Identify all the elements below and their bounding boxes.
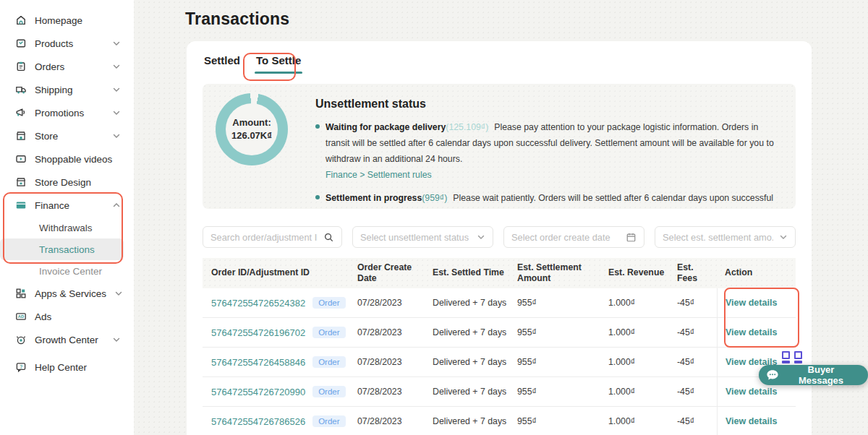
page-title: Transactions bbox=[185, 9, 289, 29]
svg-text:?: ? bbox=[20, 364, 22, 369]
sidebar-item-invoice-center[interactable]: Invoice Center bbox=[0, 260, 134, 282]
est-settlement-amount-select[interactable]: Select est. settlement amo... bbox=[655, 226, 796, 248]
finance-icon bbox=[15, 199, 27, 211]
buyer-messages-button[interactable]: Buyer Messages bbox=[759, 365, 868, 385]
transactions-card: Settled To Settle Amount: 126.07K₫ Unset… bbox=[187, 41, 812, 435]
view-details-link[interactable]: View details bbox=[726, 387, 777, 397]
order-type-badge: Order bbox=[312, 415, 345, 427]
est-fees: -45₫ bbox=[677, 387, 717, 397]
sidebar-item-shipping[interactable]: Shipping bbox=[0, 78, 134, 101]
order-create-date-picker[interactable]: Select order create date bbox=[503, 226, 644, 248]
sidebar-item-store-design[interactable]: Store Design bbox=[0, 171, 134, 194]
store-icon bbox=[15, 130, 27, 142]
filters-row: Search order/adjustment ID Select unsett… bbox=[203, 226, 796, 248]
est-revenue: 1.000₫ bbox=[608, 416, 677, 426]
est-revenue: 1.000₫ bbox=[608, 327, 677, 337]
promotions-icon bbox=[15, 107, 27, 119]
chevron-down-icon bbox=[114, 289, 123, 298]
search-order-input[interactable]: Search order/adjustment ID bbox=[203, 226, 342, 248]
column-header: Order Create Date bbox=[357, 262, 433, 285]
ads-icon: AD bbox=[15, 311, 27, 322]
sidebar-item-apps-services[interactable]: Apps & Services bbox=[0, 282, 134, 305]
svg-text:AD: AD bbox=[18, 314, 24, 319]
sidebar-item-store[interactable]: Store bbox=[0, 124, 134, 147]
sidebar-item-homepage[interactable]: Homepage bbox=[0, 9, 134, 32]
table-row: 576472554726196702 Order 07/28/2023 Deli… bbox=[203, 318, 796, 348]
est-fees: -45₫ bbox=[677, 327, 717, 337]
est-settled-time: Delivered + 7 days bbox=[433, 298, 517, 308]
est-revenue: 1.000₫ bbox=[608, 298, 677, 308]
view-details-link[interactable]: View details bbox=[726, 298, 777, 308]
table-row: 576472554726786526 Order 07/28/2023 Deli… bbox=[203, 407, 796, 435]
chevron-down-icon bbox=[477, 233, 485, 241]
order-id-link[interactable]: 576472554726524382 bbox=[211, 298, 305, 309]
order-create-date: 07/28/2023 bbox=[357, 387, 433, 397]
sidebar-item-withdrawals[interactable]: Withdrawals bbox=[0, 217, 134, 238]
order-id-link[interactable]: 576472554726786526 bbox=[211, 416, 305, 427]
tab-settled[interactable]: Settled bbox=[203, 53, 242, 74]
est-settlement-amount: 955₫ bbox=[517, 357, 608, 367]
calendar-icon bbox=[626, 232, 637, 243]
settlement-rules-link[interactable]: Finance > Settlement rules bbox=[326, 167, 783, 183]
est-settled-time: Delivered + 7 days bbox=[433, 357, 517, 367]
sidebar-item-promotions[interactable]: Promotions bbox=[0, 101, 134, 124]
sidebar-item-ads[interactable]: AD Ads bbox=[0, 305, 134, 328]
est-settlement-amount: 955₫ bbox=[517, 416, 608, 426]
donut-amount-label: Amount: bbox=[232, 116, 271, 129]
chevron-down-icon bbox=[112, 85, 121, 94]
table-header: Order ID/Adjustment ID Order Create Date… bbox=[203, 258, 796, 288]
column-header: Est. Settlement Amount bbox=[517, 262, 608, 285]
view-details-link[interactable]: View details bbox=[726, 327, 777, 337]
est-settled-time: Delivered + 7 days bbox=[433, 327, 517, 337]
sidebar-item-orders[interactable]: Orders bbox=[0, 55, 134, 78]
sidebar-item-transactions[interactable]: Transactions bbox=[0, 238, 124, 260]
est-settlement-amount: 955₫ bbox=[517, 298, 608, 308]
orders-icon bbox=[15, 61, 27, 72]
tab-to-settle[interactable]: To Settle bbox=[255, 53, 302, 74]
unsettlement-status-select[interactable]: Select unsettlement status bbox=[352, 226, 493, 248]
view-details-link[interactable]: View details bbox=[726, 416, 777, 426]
est-settled-time: Delivered + 7 days bbox=[433, 387, 517, 397]
chevron-down-icon bbox=[112, 108, 121, 117]
order-type-badge: Order bbox=[312, 327, 345, 338]
settlement-progress-amount: (959₫) bbox=[422, 193, 447, 203]
est-fees: -45₫ bbox=[677, 357, 717, 367]
unsettlement-status-panel: Amount: 126.07K₫ Unsettlement status Wai… bbox=[203, 84, 796, 209]
order-create-date: 07/28/2023 bbox=[357, 298, 433, 308]
table-row: 576472554726720990 Order 07/28/2023 Deli… bbox=[203, 377, 796, 407]
order-type-badge: Order bbox=[312, 386, 345, 397]
search-icon bbox=[323, 232, 334, 243]
est-fees: -45₫ bbox=[677, 298, 717, 308]
order-type-badge: Order bbox=[312, 297, 345, 309]
sidebar-item-finance[interactable]: Finance bbox=[0, 194, 134, 217]
help-icon: ? bbox=[15, 361, 27, 373]
column-header: Action bbox=[717, 258, 787, 288]
order-id-link[interactable]: 576472554726720990 bbox=[211, 387, 305, 397]
table-row: 576472554726458846 Order 07/28/2023 Deli… bbox=[203, 348, 796, 377]
table-row: 576472554726524382 Order 07/28/2023 Deli… bbox=[203, 288, 796, 318]
chevron-down-icon bbox=[112, 39, 121, 48]
column-header: Est. Fees bbox=[677, 262, 717, 285]
order-create-date: 07/28/2023 bbox=[357, 357, 433, 367]
order-id-link[interactable]: 576472554726458846 bbox=[211, 357, 305, 368]
est-settlement-amount: 955₫ bbox=[517, 327, 608, 337]
est-revenue: 1.000₫ bbox=[608, 387, 677, 397]
sidebar-item-shoppable-videos[interactable]: Shoppable videos bbox=[0, 147, 134, 171]
chevron-up-icon bbox=[112, 201, 121, 210]
sidebar-item-products[interactable]: Products bbox=[0, 32, 134, 55]
transactions-table: Order ID/Adjustment ID Order Create Date… bbox=[203, 258, 796, 435]
bullet-waiting-delivery: Waiting for package delivery(125.109₫)Pl… bbox=[315, 119, 783, 184]
chevron-down-icon bbox=[779, 233, 788, 241]
shipping-icon bbox=[15, 84, 27, 95]
order-create-date: 07/28/2023 bbox=[357, 327, 433, 337]
order-id-link[interactable]: 576472554726196702 bbox=[211, 327, 305, 338]
growth-icon bbox=[15, 334, 27, 345]
sidebar-item-growth-center[interactable]: Growth Center bbox=[0, 328, 134, 351]
sidebar-item-help-center[interactable]: ? Help Center bbox=[0, 356, 134, 379]
chevron-down-icon bbox=[112, 62, 121, 71]
est-settled-time: Delivered + 7 days bbox=[433, 416, 517, 426]
tabs: Settled To Settle bbox=[203, 53, 796, 77]
home-icon bbox=[15, 14, 27, 26]
video-icon bbox=[15, 153, 27, 165]
order-create-date: 07/28/2023 bbox=[357, 416, 433, 426]
